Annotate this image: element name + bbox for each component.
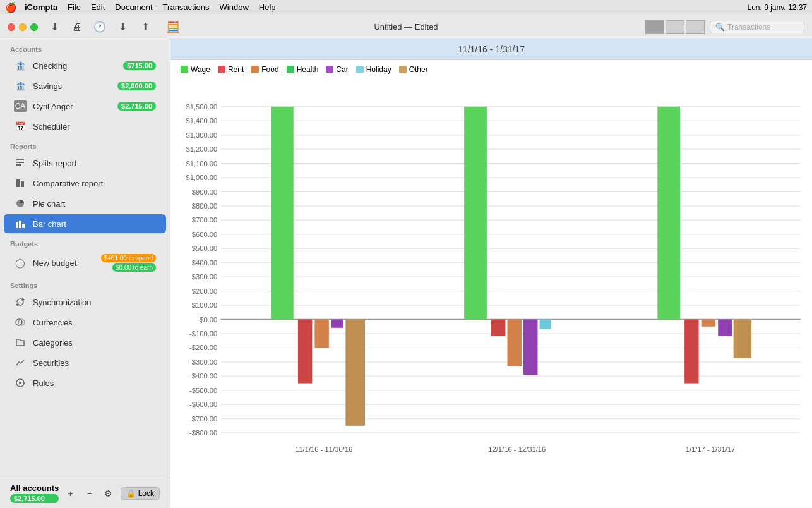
rent-legend-label: Rent: [228, 65, 244, 74]
svg-text:$100.00: $100.00: [192, 301, 218, 309]
search-placeholder: Transactions: [727, 23, 770, 32]
holiday-color-swatch: [356, 66, 364, 73]
sidebar-item-rules[interactable]: Rules: [4, 373, 166, 392]
close-button[interactable]: [8, 23, 15, 31]
bar-p3-other: [734, 320, 752, 358]
svg-text:$1,500.00: $1,500.00: [186, 103, 217, 111]
view-btn-1[interactable]: [645, 20, 664, 34]
svg-text:-$500.00: -$500.00: [189, 387, 217, 394]
holiday-legend-label: Holiday: [366, 65, 391, 74]
main-layout: Accounts 🏦 Checking $715.00 🏦 Savings $2…: [0, 39, 812, 508]
cyril-icon: CA: [14, 100, 27, 112]
settings-button[interactable]: ⚙: [102, 487, 116, 500]
view-btn-2[interactable]: [666, 20, 684, 34]
svg-text:-$100.00: -$100.00: [189, 330, 217, 337]
menu-transactions[interactable]: Transactions: [163, 3, 210, 12]
cyril-badge: $2,715.00: [117, 102, 156, 111]
bar-p1-car: [331, 320, 343, 328]
menu-window[interactable]: Window: [220, 3, 249, 12]
checking-icon: 🏦: [14, 59, 27, 72]
bar-p1-wage: [271, 107, 294, 320]
svg-text:$1,200.00: $1,200.00: [186, 145, 217, 153]
footer-actions: + − ⚙: [64, 487, 116, 500]
import-icon[interactable]: ⬇: [114, 18, 131, 36]
bar-p2-food: [508, 320, 522, 366]
minimize-button[interactable]: [19, 23, 27, 31]
svg-rect-0: [16, 159, 24, 160]
export-icon[interactable]: ⬆: [136, 18, 154, 36]
download-icon[interactable]: ⬇: [45, 18, 63, 36]
svg-text:$900.00: $900.00: [192, 188, 218, 196]
apple-menu[interactable]: 🍎: [5, 2, 17, 13]
menu-document[interactable]: Document: [115, 3, 152, 12]
svg-text:$1,300.00: $1,300.00: [186, 131, 217, 139]
other-color-swatch: [399, 66, 407, 73]
sidebar-item-savings[interactable]: 🏦 Savings $2,000.00: [4, 76, 166, 95]
comparative-icon: [14, 177, 27, 190]
legend-holiday: Holiday: [356, 65, 391, 74]
sidebar-item-scheduler[interactable]: 📅 Scheduler: [4, 117, 166, 136]
legend-rent: Rent: [218, 65, 244, 74]
budget-icon: ◯: [14, 257, 27, 269]
search-box[interactable]: 🔍 Transactions: [710, 21, 804, 33]
sidebar-item-checking[interactable]: 🏦 Checking $715.00: [4, 56, 166, 75]
maximize-button[interactable]: [30, 23, 38, 31]
svg-text:$1,100.00: $1,100.00: [186, 160, 217, 167]
svg-text:$1,400.00: $1,400.00: [186, 117, 217, 124]
other-legend-label: Other: [409, 65, 428, 74]
wage-legend-label: Wage: [191, 65, 210, 74]
app-name[interactable]: iCompta: [25, 3, 57, 12]
sidebar-item-cyril[interactable]: CA Cyril Anger $2,715.00: [4, 97, 166, 116]
legend-food: Food: [251, 65, 278, 74]
svg-rect-4: [21, 181, 24, 187]
menu-help[interactable]: Help: [259, 3, 276, 12]
svg-rect-7: [19, 221, 21, 228]
bar-p2-car: [523, 320, 537, 375]
all-accounts-label: All accounts: [10, 483, 59, 493]
sidebar-item-new-budget[interactable]: ◯ New budget $461.00 to spend $0.00 to e…: [4, 251, 166, 275]
sidebar-item-currencies[interactable]: Currencies: [4, 313, 166, 332]
bar-p2-rent: [491, 320, 505, 337]
view-btn-3[interactable]: [686, 20, 705, 34]
checking-badge: $715.00: [123, 61, 156, 70]
sidebar-item-comparative[interactable]: Comparative report: [4, 174, 166, 193]
splits-label: Splits report: [33, 159, 156, 168]
rules-label: Rules: [33, 378, 156, 388]
remove-account-button[interactable]: −: [83, 487, 97, 500]
bar-label: Bar chart: [33, 219, 156, 229]
clock-icon[interactable]: 🕐: [91, 18, 109, 36]
health-legend-label: Health: [297, 65, 319, 74]
print-icon[interactable]: 🖨: [68, 18, 86, 36]
bar-p3-wage: [657, 107, 680, 320]
sidebar-item-categories[interactable]: Categories: [4, 333, 166, 352]
categories-label: Categories: [33, 338, 156, 348]
sidebar-item-sync[interactable]: Synchronization: [4, 293, 166, 311]
menu-edit[interactable]: Edit: [91, 3, 105, 12]
svg-text:-$200.00: -$200.00: [189, 344, 217, 352]
svg-text:-$400.00: -$400.00: [189, 372, 217, 380]
bar-p1-rent: [298, 320, 312, 384]
calculator-icon[interactable]: 🧮: [164, 18, 182, 36]
bar-icon: [14, 217, 27, 230]
currencies-label: Currencies: [33, 318, 156, 327]
sidebar-item-splits[interactable]: Splits report: [4, 154, 166, 172]
bar-p3-food: [702, 320, 715, 327]
settings-section-label: Settings: [0, 275, 170, 292]
svg-text:-$800.00: -$800.00: [189, 429, 217, 437]
splits-icon: [14, 157, 27, 169]
sidebar-item-bar[interactable]: Bar chart: [4, 214, 166, 233]
svg-text:-$300.00: -$300.00: [189, 358, 217, 366]
sidebar-item-pie[interactable]: Pie chart: [4, 194, 166, 213]
rent-color-swatch: [218, 66, 225, 73]
legend-health: Health: [287, 65, 319, 74]
add-account-button[interactable]: +: [64, 487, 78, 500]
car-color-swatch: [326, 66, 333, 73]
lock-button[interactable]: 🔒 Lock: [121, 487, 160, 500]
bar-p3-car: [718, 320, 732, 337]
menu-file[interactable]: File: [68, 3, 81, 12]
sidebar-item-securities[interactable]: Securities: [4, 353, 166, 372]
checking-label: Checking: [33, 61, 117, 71]
savings-icon: 🏦: [14, 80, 27, 92]
svg-text:$200.00: $200.00: [192, 287, 218, 295]
securities-label: Securities: [33, 358, 156, 368]
